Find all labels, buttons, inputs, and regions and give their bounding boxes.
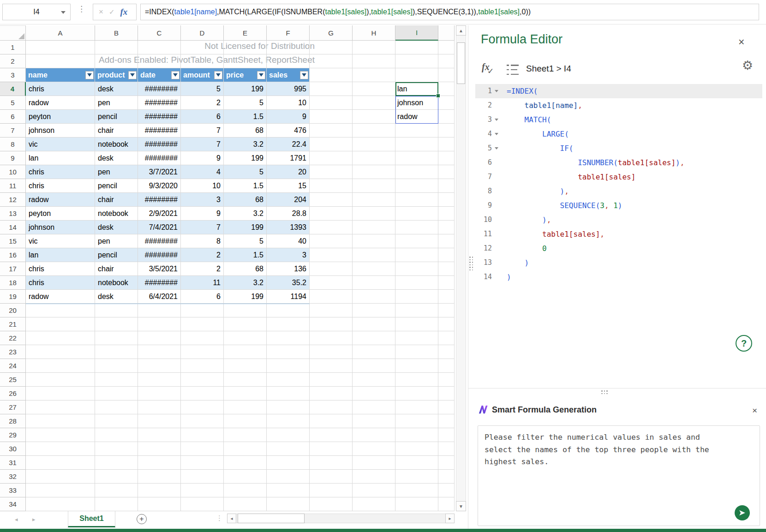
cell-F32[interactable] — [267, 470, 310, 484]
row-header-13[interactable]: 13 — [0, 207, 26, 221]
cell-I31[interactable] — [395, 456, 438, 470]
cell-G22[interactable] — [310, 331, 353, 345]
column-header-partial[interactable] — [438, 25, 455, 41]
cell-E1[interactable] — [224, 41, 267, 54]
cell-H7[interactable] — [353, 124, 395, 137]
cell-C8[interactable]: ######## — [138, 137, 181, 151]
row-header-16[interactable]: 16 — [0, 248, 26, 262]
cell-C18[interactable]: ######## — [138, 276, 181, 290]
cell-C1[interactable] — [138, 41, 181, 54]
column-header-C[interactable]: C — [138, 25, 181, 41]
cell-H2[interactable] — [353, 54, 395, 68]
cell-I24[interactable] — [395, 359, 438, 373]
cell-I12[interactable] — [395, 193, 438, 207]
cell-G18[interactable] — [310, 276, 353, 290]
row-header-7[interactable]: 7 — [0, 124, 26, 137]
cell-H22[interactable] — [353, 331, 395, 345]
cell-H34[interactable] — [353, 497, 395, 511]
filter-dropdown-button[interactable] — [128, 71, 137, 79]
cell-D34[interactable] — [181, 497, 224, 511]
cell-E27[interactable] — [224, 400, 267, 414]
cell-D27[interactable] — [181, 400, 224, 414]
name-box[interactable]: I4 — [2, 4, 71, 20]
cell-I22[interactable] — [395, 331, 438, 345]
cell-D10[interactable]: 4 — [181, 165, 224, 179]
cell-G32[interactable] — [310, 470, 353, 484]
column-header-D[interactable]: D — [181, 25, 224, 41]
cell-C28[interactable] — [138, 414, 181, 428]
cell-B5[interactable]: pen — [95, 96, 138, 110]
cell-J31[interactable] — [438, 456, 455, 470]
cell-B25[interactable] — [95, 373, 138, 387]
cell-C22[interactable] — [138, 331, 181, 345]
cell-J7[interactable] — [438, 124, 455, 137]
cell-C2[interactable] — [138, 54, 181, 68]
cell-J24[interactable] — [438, 359, 455, 373]
cell-E28[interactable] — [224, 414, 267, 428]
cell-E14[interactable]: 199 — [224, 221, 267, 234]
filter-dropdown-button[interactable] — [214, 71, 222, 79]
cell-H10[interactable] — [353, 165, 395, 179]
cell-A21[interactable] — [26, 317, 95, 331]
cell-H19[interactable] — [353, 290, 395, 304]
cell-G15[interactable] — [310, 234, 353, 248]
cell-D9[interactable]: 9 — [181, 151, 224, 165]
editor-line-11[interactable]: 11 table1[sales], — [475, 227, 762, 241]
cell-E3[interactable]: price — [224, 68, 267, 82]
select-all-corner[interactable] — [0, 25, 26, 41]
cell-C10[interactable]: 3/7/2021 — [138, 165, 181, 179]
editor-line-6[interactable]: 6 ISNUMBER(table1[sales]), — [475, 155, 762, 170]
cell-A16[interactable]: lan — [26, 248, 95, 262]
fold-chevron-icon[interactable] — [495, 133, 498, 135]
cell-A10[interactable]: chris — [26, 165, 95, 179]
cell-C17[interactable]: 3/5/2021 — [138, 262, 181, 276]
cell-D1[interactable] — [181, 41, 224, 54]
row-header-24[interactable]: 24 — [0, 359, 26, 373]
send-button[interactable] — [735, 505, 750, 520]
cell-E5[interactable]: 5 — [224, 96, 267, 110]
cell-E6[interactable]: 1.5 — [224, 110, 267, 124]
cell-A18[interactable]: chris — [26, 276, 95, 290]
cell-F26[interactable] — [267, 387, 310, 400]
cell-B30[interactable] — [95, 442, 138, 456]
cell-H1[interactable] — [353, 41, 395, 54]
cell-C32[interactable] — [138, 470, 181, 484]
cell-H24[interactable] — [353, 359, 395, 373]
cell-E34[interactable] — [224, 497, 267, 511]
cell-A11[interactable]: chris — [26, 179, 95, 193]
cell-J19[interactable] — [438, 290, 455, 304]
cell-I11[interactable] — [395, 179, 438, 193]
cell-C19[interactable]: 6/4/2021 — [138, 290, 181, 304]
cell-F34[interactable] — [267, 497, 310, 511]
cell-D16[interactable]: 2 — [181, 248, 224, 262]
cell-D19[interactable]: 6 — [181, 290, 224, 304]
cell-D18[interactable]: 11 — [181, 276, 224, 290]
cell-H3[interactable] — [353, 68, 395, 82]
cell-C20[interactable] — [138, 304, 181, 317]
cell-D6[interactable]: 6 — [181, 110, 224, 124]
column-header-G[interactable]: G — [310, 25, 353, 41]
row-header-22[interactable]: 22 — [0, 331, 26, 345]
cell-A13[interactable]: peyton — [26, 207, 95, 221]
cell-F1[interactable] — [267, 41, 310, 54]
cell-C33[interactable] — [138, 484, 181, 497]
row-header-20[interactable]: 20 — [0, 304, 26, 317]
cell-A8[interactable]: vic — [26, 137, 95, 151]
cell-G11[interactable] — [310, 179, 353, 193]
column-header-E[interactable]: E — [224, 25, 267, 41]
cell-C13[interactable]: 2/9/2021 — [138, 207, 181, 221]
cell-D11[interactable]: 10 — [181, 179, 224, 193]
cell-F22[interactable] — [267, 331, 310, 345]
cell-F20[interactable] — [267, 304, 310, 317]
cell-J23[interactable] — [438, 345, 455, 359]
cell-A15[interactable]: vic — [26, 234, 95, 248]
editor-line-5[interactable]: 5 IF( — [475, 141, 762, 155]
cell-E10[interactable]: 5 — [224, 165, 267, 179]
cell-J22[interactable] — [438, 331, 455, 345]
cell-E30[interactable] — [224, 442, 267, 456]
cell-F27[interactable] — [267, 400, 310, 414]
cell-J27[interactable] — [438, 400, 455, 414]
cell-C3[interactable]: date — [138, 68, 181, 82]
cell-F2[interactable] — [267, 54, 310, 68]
cell-A27[interactable] — [26, 400, 95, 414]
